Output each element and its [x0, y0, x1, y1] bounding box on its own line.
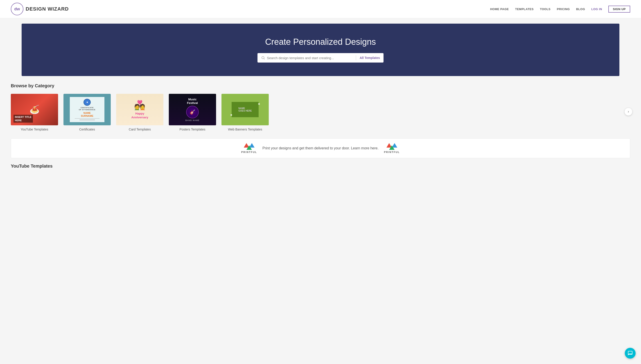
- banner-inner: NAMEGOES HERE ✦ ✦: [222, 94, 269, 125]
- banner-card: NAMEGOES HERE ✦ ✦: [232, 102, 259, 117]
- search-icon: [261, 56, 265, 60]
- happy-anniversary-text: HappyAnniversary: [131, 112, 148, 120]
- youtube-section-title: YouTube Templates: [11, 164, 630, 169]
- category-thumb-banner: NAMEGOES HERE ✦ ✦: [222, 94, 269, 125]
- nav-homepage[interactable]: HOME PAGE: [490, 8, 509, 11]
- couple-emoji: 💑: [134, 100, 145, 110]
- nav-pricing[interactable]: PRICING: [557, 8, 570, 11]
- printful-brand-right: PRINTFUL: [384, 151, 400, 154]
- nav-templates[interactable]: TEMPLATES: [515, 8, 534, 11]
- banner-name-text: NAMEGOES HERE: [238, 107, 252, 112]
- insert-title-overlay: INSERT TITLEHERE: [14, 115, 33, 122]
- banner-arrows-left: ✦: [230, 113, 233, 117]
- printful-text: Print your designs and get them delivere…: [262, 146, 379, 150]
- hero-section: Create Personalized Designs All Template…: [22, 24, 619, 76]
- nav-tools[interactable]: TOOLS: [540, 8, 550, 11]
- banner-arrows-right: ✦: [258, 102, 260, 106]
- hero-title: Create Personalized Designs: [265, 37, 376, 47]
- nav-signup[interactable]: SIGN UP: [608, 6, 630, 12]
- poster-title-text: MusicFestival: [187, 98, 198, 104]
- category-item-certificates[interactable]: ★ CERTIFICATEOF ATTENDANCE NAMESURNAME C…: [64, 94, 111, 131]
- printful-triangles-right: [386, 143, 397, 150]
- printful-logo-left: PRINTFUL: [241, 143, 257, 154]
- category-item-banners[interactable]: NAMEGOES HERE ✦ ✦ Web Banners Templates: [222, 94, 269, 131]
- search-filter-label[interactable]: All Templates: [360, 56, 380, 60]
- category-row: 🍝 INSERT TITLEHERE YouTube Templates ★ C…: [11, 94, 630, 131]
- printful-triangles-left: [244, 143, 255, 150]
- logo-initials: dw: [15, 7, 20, 12]
- category-thumb-poster: MusicFestival 🎸 BAND NAME: [169, 94, 216, 125]
- category-item-cards[interactable]: 💑 HappyAnniversary Card Templates: [116, 94, 163, 131]
- poster-circle: 🎸: [186, 106, 199, 118]
- cert-line: [75, 118, 100, 118]
- logo-circle: dw: [11, 3, 24, 15]
- category-label-posters: Posters Templates: [180, 128, 206, 131]
- category-thumb-cert: ★ CERTIFICATEOF ATTENDANCE NAMESURNAME: [64, 94, 111, 125]
- printful-logo-right: PRINTFUL: [384, 143, 400, 154]
- search-bar: All Templates: [258, 53, 383, 62]
- youtube-thumb-image: 🍝 INSERT TITLEHERE: [11, 94, 58, 125]
- main-nav: HOME PAGE TEMPLATES TOOLS PRICING BLOG L…: [490, 6, 630, 12]
- food-emoji: 🍝: [30, 105, 40, 114]
- cert-small-line: [80, 120, 95, 120]
- svg-point-0: [262, 56, 264, 59]
- category-label-youtube: YouTube Templates: [21, 128, 48, 131]
- cert-card: ★ CERTIFICATEOF ATTENDANCE NAMESURNAME: [69, 96, 105, 123]
- cert-seal: ★: [84, 99, 91, 106]
- category-label-cards: Card Templates: [129, 128, 151, 131]
- category-label-banners: Web Banners Templates: [228, 128, 262, 131]
- category-thumb-youtube: 🍝 INSERT TITLEHERE: [11, 94, 58, 125]
- logo-name: DESIGN WIZARD: [26, 6, 69, 12]
- poster-sub-text: BAND NAME: [186, 119, 200, 122]
- search-input[interactable]: [267, 56, 352, 60]
- card-inner: 💑 HappyAnniversary: [116, 94, 163, 125]
- printful-brand-left: PRINTFUL: [241, 151, 257, 154]
- nav-blog[interactable]: BLOG: [576, 8, 585, 11]
- category-thumb-card: 💑 HappyAnniversary: [116, 94, 163, 125]
- nav-login[interactable]: LOG IN: [591, 8, 602, 11]
- browse-section: Browse by Category 🍝 INSERT TITLEHERE Yo…: [0, 76, 641, 131]
- header: dw DESIGN WIZARD HOME PAGE TEMPLATES TOO…: [0, 0, 641, 18]
- search-divider: [356, 55, 356, 60]
- category-item-posters[interactable]: MusicFestival 🎸 BAND NAME Posters Templa…: [169, 94, 216, 131]
- svg-line-1: [264, 58, 264, 59]
- cert-name-text: NAMESURNAME: [81, 112, 93, 118]
- carousel-next-button[interactable]: ›: [624, 108, 632, 116]
- category-label-cert: Certificates: [79, 128, 95, 131]
- poster-inner: MusicFestival 🎸 BAND NAME: [169, 94, 216, 125]
- printful-banner: PRINTFUL Print your designs and get them…: [11, 138, 630, 158]
- browse-title: Browse by Category: [11, 83, 630, 88]
- youtube-section: YouTube Templates: [0, 158, 641, 169]
- category-item-youtube[interactable]: 🍝 INSERT TITLEHERE YouTube Templates: [11, 94, 58, 131]
- cert-title-text: CERTIFICATEOF ATTENDANCE: [79, 107, 96, 111]
- logo-link[interactable]: dw DESIGN WIZARD: [11, 3, 69, 15]
